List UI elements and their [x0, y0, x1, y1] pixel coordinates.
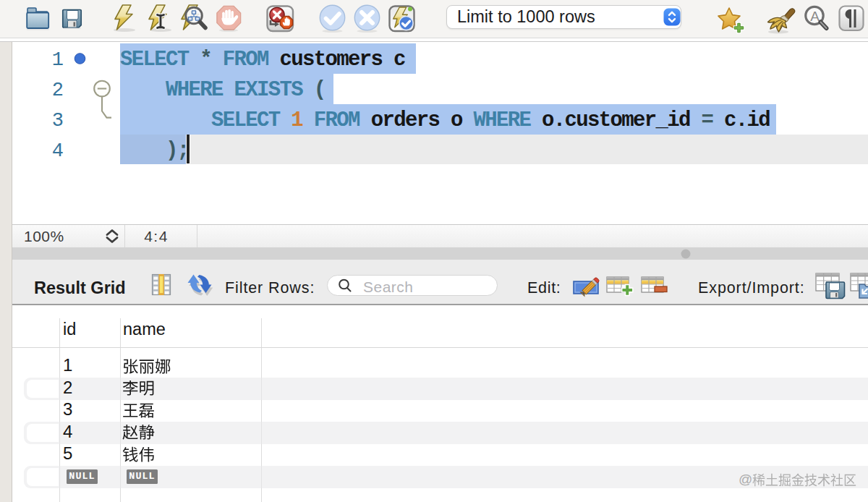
svg-text:A: A [810, 9, 820, 24]
